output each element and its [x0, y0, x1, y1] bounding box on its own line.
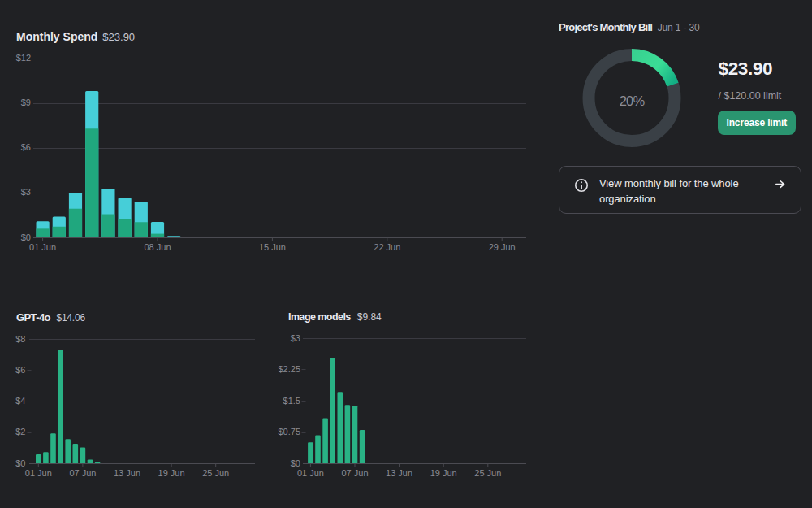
svg-text:$9: $9 [21, 98, 31, 107]
svg-text:$8: $8 [15, 334, 25, 344]
svg-text:$3: $3 [21, 187, 31, 197]
svg-text:07 Jun: 07 Jun [341, 468, 368, 478]
svg-text:13 Jun: 13 Jun [386, 468, 412, 478]
svg-text:19 Jun: 19 Jun [430, 468, 457, 478]
svg-text:20%: 20% [620, 93, 646, 108]
svg-text:$1.5: $1.5 [283, 396, 300, 406]
svg-text:$0: $0 [15, 458, 25, 468]
svg-text:$0.75: $0.75 [278, 427, 300, 436]
svg-text:25 Jun: 25 Jun [474, 468, 501, 478]
svg-text:$2: $2 [15, 427, 25, 436]
svg-text:$12: $12 [16, 53, 31, 63]
svg-text:$3: $3 [291, 333, 300, 343]
svg-text:08 Jun: 08 Jun [144, 242, 171, 252]
svg-text:$6: $6 [15, 365, 25, 375]
svg-text:$6: $6 [21, 142, 31, 152]
svg-text:01 Jun: 01 Jun [29, 242, 56, 252]
svg-text:$0: $0 [291, 458, 300, 468]
svg-text:01 Jun: 01 Jun [25, 468, 52, 478]
svg-text:$0: $0 [21, 232, 31, 242]
svg-text:07 Jun: 07 Jun [69, 468, 96, 478]
svg-text:15 Jun: 15 Jun [259, 242, 286, 252]
svg-text:19 Jun: 19 Jun [158, 468, 185, 478]
svg-text:25 Jun: 25 Jun [202, 468, 229, 478]
svg-text:$4: $4 [15, 396, 25, 406]
svg-text:$2.25: $2.25 [278, 364, 300, 374]
svg-text:22 Jun: 22 Jun [374, 242, 400, 252]
svg-text:13 Jun: 13 Jun [114, 468, 140, 478]
svg-text:01 Jun: 01 Jun [297, 468, 324, 478]
svg-text:29 Jun: 29 Jun [489, 242, 516, 252]
